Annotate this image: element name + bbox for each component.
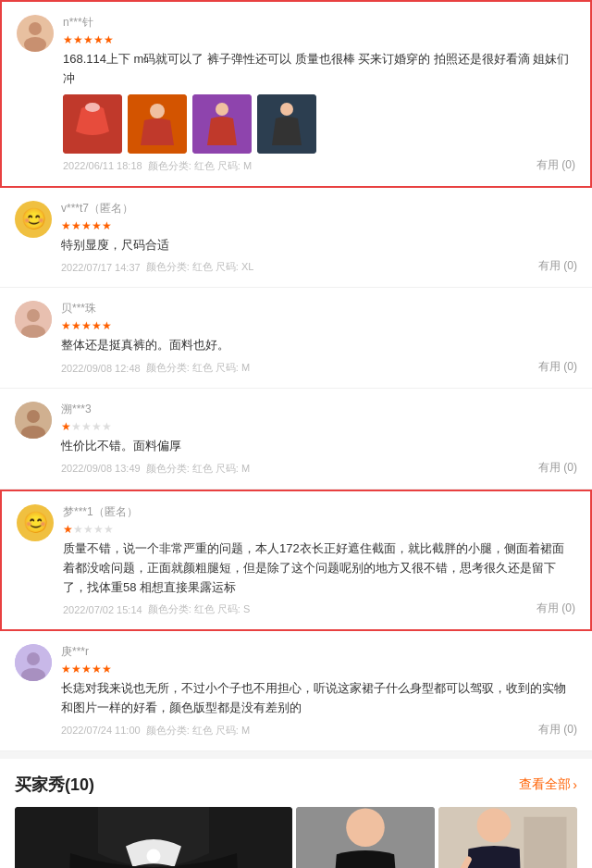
review-date: 2022/07/24 11:00 [61,725,141,736]
reviewer-name: 溯***3 [61,402,577,417]
review-content: 庚***r ★★★★★ 长痣对我来说也无所，不过小个子也不用担心，听说这家裙子什… [61,644,577,738]
buyer-show-header: 买家秀(10) 查看全部 › [0,759,592,807]
review-date: 2022/06/11 18:18 [63,160,142,171]
reviewer-name: n***针 [63,15,575,31]
svg-point-8 [216,103,228,116]
review-color-size: 颜色分类: 红色 尺码: M [146,462,250,476]
svg-point-12 [27,309,40,322]
buyer-show-link[interactable]: 查看全部 › [519,776,577,793]
review-date: 2022/09/08 13:49 [61,463,141,474]
star-rating: ★★★★★ [61,420,577,433]
svg-point-2 [24,37,46,52]
review-color-size: 颜色分类: 红色 尺码: M [146,361,250,375]
helpful-button[interactable]: 有用 (0) [536,157,575,173]
avatar: 😊 [15,201,52,238]
review-meta: 2022/06/11 18:18 颜色分类: 红色 尺码: M [63,159,575,173]
review-image[interactable] [63,94,122,154]
reviewer-name: 梦***1（匿名） [63,504,575,520]
buyer-show-images [0,807,592,868]
buyer-show-image[interactable] [296,807,435,868]
avatar [17,15,54,52]
review-color-size: 颜色分类: 红色 尺码: M [148,159,252,173]
svg-point-4 [85,103,100,112]
reviews-section: n***针 ★★★★★ 168.114上下 m码就可以了 裤子弹性还可以 质量也… [0,0,592,751]
reviewer-name: 庚***r [61,644,577,660]
review-image[interactable] [257,94,316,154]
review-content: v***t7（匿名） ★★★★★ 特别显廋，尺码合适 2022/07/17 14… [61,201,577,275]
review-item: 庚***r ★★★★★ 长痣对我来说也无所，不过小个子也不用担心，听说这家裙子什… [0,631,592,751]
review-meta: 2022/09/08 12:48 颜色分类: 红色 尺码: M [61,361,577,375]
helpful-button[interactable]: 有用 (0) [538,722,577,738]
avatar: 😊 [17,504,54,541]
svg-point-21 [147,849,161,862]
review-text: 特别显廋，尺码合适 [61,236,577,255]
reviewer-name: v***t7（匿名） [61,201,577,217]
review-image[interactable] [128,94,187,154]
reviewer-name: 贝***珠 [61,301,577,316]
svg-point-10 [280,103,293,116]
avatar [15,301,52,338]
helpful-button[interactable]: 有用 (0) [538,359,577,375]
review-item: 贝***珠 ★★★★★ 整体还是挺真裤的。面料也好。 2022/09/08 12… [0,288,592,389]
review-item: 😊 梦***1（匿名） ★★★★★ 质量不错，说一个非常严重的问题，本人172衣… [0,490,592,631]
review-images [63,94,575,154]
avatar [15,644,52,681]
svg-point-6 [150,104,165,118]
star-rating: ★★★★★ [63,523,575,536]
star-rating: ★★★★★ [61,663,577,676]
review-text: 性价比不错。面料偏厚 [61,437,577,456]
review-meta: 2022/07/24 11:00 颜色分类: 红色 尺码: M [61,724,577,738]
review-text: 168.114上下 m码就可以了 裤子弹性还可以 质量也很棒 买来订婚穿的 拍照… [63,50,575,89]
review-color-size: 颜色分类: 红色 尺码: M [146,724,250,738]
review-meta: 2022/09/08 13:49 颜色分类: 红色 尺码: M [61,462,577,476]
svg-point-1 [29,22,42,35]
review-content: 梦***1（匿名） ★★★★★ 质量不错，说一个非常严重的问题，本人172衣长正… [63,504,575,616]
buyer-show-image[interactable] [15,807,292,868]
review-date: 2022/07/17 14:37 [61,262,141,273]
review-text: 长痣对我来说也无所，不过小个子也不用担心，听说这家裙子什么身型都可以驾驭，收到的… [61,679,577,718]
review-item: 溯***3 ★★★★★ 性价比不错。面料偏厚 2022/09/08 13:49 … [0,389,592,490]
helpful-button[interactable]: 有用 (0) [536,601,575,616]
review-color-size: 颜色分类: 红色 尺码: XL [146,260,254,274]
review-text: 整体还是挺真裤的。面料也好。 [61,336,577,355]
svg-point-18 [27,652,40,665]
review-item: 😊 v***t7（匿名） ★★★★★ 特别显廋，尺码合适 2022/07/17 … [0,188,592,289]
review-date: 2022/09/08 12:48 [61,363,141,374]
review-content: n***针 ★★★★★ 168.114上下 m码就可以了 裤子弹性还可以 质量也… [63,15,575,173]
star-rating: ★★★★★ [63,33,575,46]
review-item: n***针 ★★★★★ 168.114上下 m码就可以了 裤子弹性还可以 质量也… [0,0,592,188]
chevron-right-icon: › [573,777,577,792]
svg-rect-27 [524,817,566,868]
review-meta: 2022/07/02 15:14 颜色分类: 红色 尺码: S [63,602,575,616]
buyer-show-image[interactable] [438,807,577,868]
star-rating: ★★★★★ [61,319,577,332]
review-image[interactable] [192,94,252,154]
review-color-size: 颜色分类: 红色 尺码: S [148,602,251,616]
review-date: 2022/07/02 15:14 [63,604,142,615]
review-meta: 2022/07/17 14:37 颜色分类: 红色 尺码: XL [61,260,577,274]
helpful-button[interactable]: 有用 (0) [538,460,577,476]
svg-point-15 [27,410,40,423]
star-rating: ★★★★★ [61,219,577,232]
buyer-show-title: 买家秀(10) [15,774,94,796]
helpful-button[interactable]: 有用 (0) [538,258,577,274]
review-text: 质量不错，说一个非常严重的问题，本人172衣长正好遮住截面，就比截胖的小腿，侧面… [63,539,575,597]
svg-point-24 [346,809,385,848]
avatar [15,402,52,439]
review-content: 溯***3 ★★★★★ 性价比不错。面料偏厚 2022/09/08 13:49 … [61,402,577,476]
svg-point-28 [477,809,512,843]
review-content: 贝***珠 ★★★★★ 整体还是挺真裤的。面料也好。 2022/09/08 12… [61,301,577,375]
